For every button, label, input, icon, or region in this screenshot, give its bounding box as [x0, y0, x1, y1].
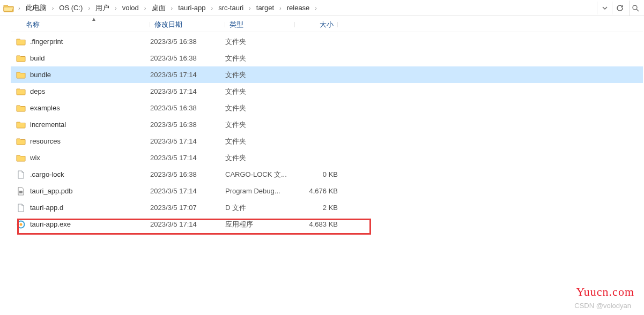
cell-date: 2023/3/5 17:14: [150, 71, 225, 79]
breadcrumb-segment[interactable]: OS (C:): [57, 3, 85, 13]
column-headers[interactable]: ▲ 名称 修改日期 类型 大小: [11, 17, 643, 32]
column-name[interactable]: 名称: [11, 20, 150, 29]
breadcrumb-segment[interactable]: volod: [120, 3, 141, 13]
credit-text: CSDN @volodyan: [574, 302, 631, 310]
chevron-right-icon: ›: [143, 5, 147, 11]
breadcrumb-segment[interactable]: 此电脑: [24, 2, 49, 14]
cell-size: 2 KB: [295, 204, 338, 212]
file-row[interactable]: .cargo-lock2023/3/5 16:38CARGO-LOCK 文...…: [11, 166, 643, 183]
cell-type: CARGO-LOCK 文...: [225, 170, 295, 179]
file-row[interactable]: .fingerprint2023/3/5 16:38文件夹: [11, 33, 643, 50]
breadcrumb-segment[interactable]: 用户: [93, 2, 112, 14]
search-button[interactable]: [629, 1, 641, 16]
breadcrumb-segment[interactable]: src-tauri: [216, 3, 246, 13]
folder-icon: [16, 121, 26, 129]
refresh-button[interactable]: [612, 2, 627, 14]
breadcrumb-segment[interactable]: 桌面: [150, 2, 168, 14]
cell-date: 2023/3/5 17:14: [150, 154, 225, 162]
file-row[interactable]: tauri_app.pdb2023/3/5 17:14Program Debug…: [11, 183, 643, 199]
chevron-right-icon: ›: [170, 5, 174, 11]
file-name-text: deps: [30, 87, 45, 95]
folder-icon: [16, 87, 26, 96]
file-row[interactable]: tauri-app.exe2023/3/5 17:14应用程序4,683 KB: [11, 216, 643, 232]
breadcrumb-segment[interactable]: target: [254, 3, 276, 13]
cell-name: resources: [11, 137, 150, 146]
cell-name: tauri-app.exe: [11, 220, 150, 229]
column-size[interactable]: 大小: [295, 20, 338, 29]
chevron-right-icon: ›: [248, 5, 252, 11]
file-icon: [16, 170, 26, 179]
breadcrumb-segment[interactable]: release: [285, 3, 312, 13]
cell-date: 2023/3/5 17:14: [150, 187, 225, 195]
file-list: ▲ 名称 修改日期 类型 大小 .fingerprint2023/3/5 16:…: [11, 17, 643, 315]
file-name-text: wix: [30, 154, 40, 162]
cell-date: 2023/3/5 16:38: [150, 104, 225, 112]
cell-date: 2023/3/5 17:14: [150, 137, 225, 145]
folder-icon: [16, 71, 26, 79]
folder-icon: [16, 104, 26, 112]
cell-type: 文件夹: [225, 120, 295, 130]
folder-icon: [16, 137, 26, 146]
cell-type: D 文件: [225, 203, 295, 213]
breadcrumb[interactable]: ›此电脑›OS (C:)›用户›volod›桌面›tauri-app›src-t…: [17, 2, 597, 14]
cell-type: Program Debug...: [225, 187, 295, 195]
file-row[interactable]: incremental2023/3/5 16:38文件夹: [11, 116, 643, 133]
cell-type: 文件夹: [225, 103, 295, 113]
cell-name: tauri_app.pdb: [11, 187, 150, 196]
cell-name: wix: [11, 154, 150, 162]
file-row[interactable]: examples2023/3/5 16:38文件夹: [11, 100, 643, 116]
folder-icon: [16, 54, 26, 63]
cell-type: 文件夹: [225, 137, 295, 146]
chevron-right-icon: ›: [51, 5, 55, 11]
file-row[interactable]: bundle2023/3/5 17:14文件夹: [11, 66, 643, 83]
folder-icon: [16, 38, 26, 46]
cell-date: 2023/3/5 16:38: [150, 38, 225, 46]
svg-point-4: [20, 223, 23, 226]
pdb-icon: [16, 187, 26, 196]
cell-name: tauri-app.d: [11, 204, 150, 212]
cell-size: 0 KB: [295, 170, 338, 178]
cell-type: 文件夹: [225, 37, 295, 47]
file-row[interactable]: resources2023/3/5 17:14文件夹: [11, 133, 643, 149]
cell-size: 4,683 KB: [295, 220, 338, 228]
chevron-right-icon: ›: [210, 5, 214, 11]
cell-size: 4,676 KB: [295, 187, 338, 195]
cell-name: .fingerprint: [11, 38, 150, 46]
column-type[interactable]: 类型: [225, 20, 295, 29]
cell-date: 2023/3/5 16:38: [150, 170, 225, 178]
file-name-text: tauri-app.exe: [30, 220, 71, 228]
cell-name: build: [11, 54, 150, 63]
cell-date: 2023/3/5 16:38: [150, 121, 225, 129]
file-name-text: bundle: [30, 71, 51, 79]
cell-type: 文件夹: [225, 87, 295, 96]
open-folder-icon: [3, 4, 14, 12]
file-name-text: tauri_app.pdb: [30, 187, 73, 195]
cell-type: 文件夹: [225, 70, 295, 80]
cell-date: 2023/3/5 16:38: [150, 54, 225, 62]
file-name-text: .fingerprint: [30, 38, 63, 46]
chevron-right-icon: ›: [314, 5, 318, 11]
file-row[interactable]: tauri-app.d2023/3/5 17:07D 文件2 KB: [11, 199, 643, 216]
file-row[interactable]: build2023/3/5 16:38文件夹: [11, 50, 643, 66]
cell-type: 文件夹: [225, 153, 295, 163]
cell-name: .cargo-lock: [11, 170, 150, 179]
svg-point-0: [633, 5, 637, 10]
file-name-text: tauri-app.d: [30, 204, 63, 212]
file-name-text: resources: [30, 137, 61, 145]
breadcrumb-segment[interactable]: tauri-app: [176, 3, 208, 13]
exe-icon: [16, 220, 26, 229]
file-row[interactable]: deps2023/3/5 17:14文件夹: [11, 83, 643, 100]
file-row[interactable]: wix2023/3/5 17:14文件夹: [11, 149, 643, 166]
cell-name: incremental: [11, 121, 150, 129]
history-dropdown-button[interactable]: [597, 2, 612, 14]
cell-name: bundle: [11, 71, 150, 79]
svg-rect-2: [19, 191, 23, 193]
folder-icon: [16, 154, 26, 162]
cell-name: examples: [11, 104, 150, 112]
column-date[interactable]: 修改日期: [150, 20, 225, 29]
cell-type: 文件夹: [225, 54, 295, 63]
file-name-text: incremental: [30, 121, 66, 129]
svg-line-1: [636, 9, 639, 11]
cell-name: deps: [11, 87, 150, 96]
chevron-right-icon: ›: [114, 5, 118, 11]
